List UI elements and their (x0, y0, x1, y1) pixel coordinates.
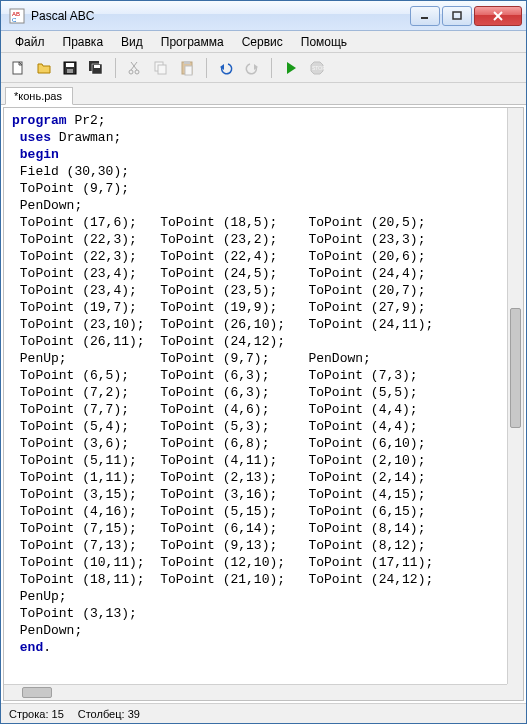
close-button[interactable] (474, 6, 522, 26)
statusbar: Строка: 15 Столбец: 39 (1, 703, 526, 723)
run-icon[interactable] (280, 57, 302, 79)
menu-help[interactable]: Помощь (293, 33, 355, 51)
horizontal-scrollbar[interactable] (4, 684, 507, 700)
svg-rect-4 (453, 12, 461, 19)
status-col: Столбец: 39 (78, 708, 140, 720)
svg-point-18 (129, 70, 133, 74)
scrollbar-thumb[interactable] (22, 687, 52, 698)
svg-point-19 (135, 70, 139, 74)
svg-rect-12 (67, 69, 73, 73)
toolbar-separator (115, 58, 116, 78)
scrollbar-thumb[interactable] (510, 308, 521, 428)
svg-text:STOP: STOP (312, 65, 325, 71)
scroll-corner (507, 684, 523, 700)
code-editor[interactable]: program Pr2; uses Drawman; begin Field (… (4, 108, 507, 684)
app-icon: ABC (9, 8, 25, 24)
svg-rect-24 (185, 66, 192, 75)
menu-view[interactable]: Вид (113, 33, 151, 51)
stop-icon[interactable]: STOP (306, 57, 328, 79)
undo-icon[interactable] (215, 57, 237, 79)
window-buttons (410, 6, 522, 26)
editor-area: program Pr2; uses Drawman; begin Field (… (3, 107, 524, 701)
copy-icon[interactable] (150, 57, 172, 79)
file-tab[interactable]: *конь.pas (5, 87, 73, 105)
menu-service[interactable]: Сервис (234, 33, 291, 51)
ide-window: ABC Pascal ABC Файл Правка Вид Программа… (0, 0, 527, 724)
new-file-icon[interactable] (7, 57, 29, 79)
svg-rect-21 (158, 65, 166, 74)
svg-marker-27 (287, 62, 296, 74)
open-file-icon[interactable] (33, 57, 55, 79)
svg-rect-11 (66, 63, 74, 67)
cut-icon[interactable] (124, 57, 146, 79)
menu-edit[interactable]: Правка (55, 33, 112, 51)
status-line: Строка: 15 (9, 708, 64, 720)
menu-file[interactable]: Файл (7, 33, 53, 51)
menubar: Файл Правка Вид Программа Сервис Помощь (1, 31, 526, 53)
toolbar: STOP (1, 53, 526, 83)
titlebar[interactable]: ABC Pascal ABC (1, 1, 526, 31)
toolbar-separator (206, 58, 207, 78)
minimize-button[interactable] (410, 6, 440, 26)
save-all-icon[interactable] (85, 57, 107, 79)
toolbar-separator (271, 58, 272, 78)
svg-rect-23 (184, 61, 190, 64)
svg-rect-15 (94, 65, 100, 68)
menu-program[interactable]: Программа (153, 33, 232, 51)
svg-text:C: C (12, 17, 17, 23)
vertical-scrollbar[interactable] (507, 108, 523, 684)
svg-marker-9 (38, 64, 50, 73)
save-icon[interactable] (59, 57, 81, 79)
redo-icon[interactable] (241, 57, 263, 79)
window-title: Pascal ABC (31, 9, 410, 23)
tabbar: *конь.pas (1, 83, 526, 105)
paste-icon[interactable] (176, 57, 198, 79)
maximize-button[interactable] (442, 6, 472, 26)
